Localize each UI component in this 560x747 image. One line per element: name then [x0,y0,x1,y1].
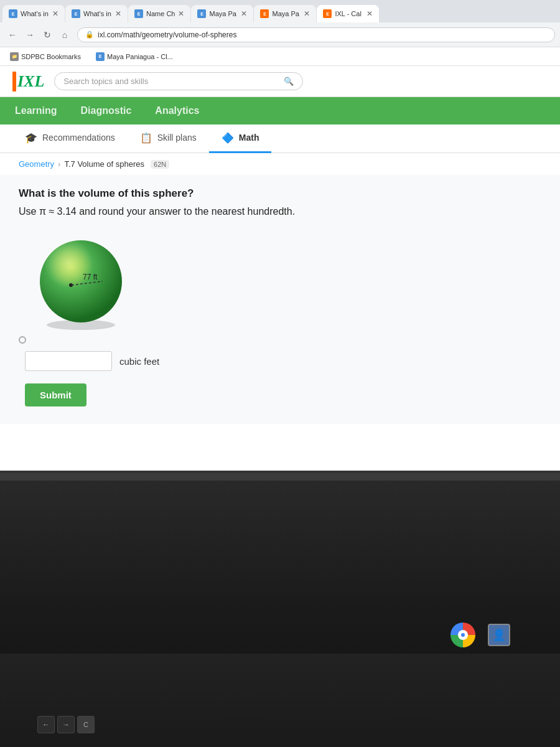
tab-favicon-3: E [134,9,143,18]
ixl-search-placeholder: Search topics and skills [63,77,148,86]
question-area: What is the volume of this sphere? Use π… [0,175,560,424]
math-icon: 🔷 [222,132,234,144]
chrome-icon[interactable] [450,622,475,647]
bookmark-label-1: SDPBC Bookmarks [21,53,81,60]
tab-3[interactable]: E Name Ch ✕ [128,5,190,22]
tab-label-6: IXL - Cal [335,10,361,17]
refresh-button[interactable]: ↻ [40,27,55,42]
browser-screen: E What's in ✕ E What's in ✕ E Name Ch ✕ … [0,0,560,473]
sphere-diagram: 77 ft [31,233,541,332]
nav-learning[interactable]: Learning [12,99,60,123]
submit-button[interactable]: Submit [25,383,86,406]
tab-label-4: Maya Pa [209,10,236,17]
laptop-body: 👤 DELL ← → C [0,473,560,747]
nav-diagnostic[interactable]: Diagnostic [78,99,134,123]
svg-text:77 ft: 77 ft [83,273,98,281]
tab-recommendations[interactable]: 🎓 Recommendations [12,125,128,153]
ixl-website: IXL Search topics and skills 🔍 Learning … [0,66,560,471]
tab-favicon-1: E [9,9,17,18]
left-arrow-key[interactable]: ← [37,716,55,733]
tab-4[interactable]: E Maya Pa ✕ [191,5,253,22]
breadcrumb: Geometry › T.7 Volume of spheres 62N [0,153,560,175]
recommendations-icon: 🎓 [25,132,37,144]
ixl-header: IXL Search topics and skills 🔍 [0,66,560,97]
bookmarks-bar: 📁 SDPBC Bookmarks E Maya Paniagua - Cl..… [0,47,560,66]
tab-2[interactable]: E What's in ✕ [65,5,128,22]
tab-favicon-6: E [323,9,332,18]
bookmark-label-2: Maya Paniagua - Cl... [107,53,173,60]
url-text: ixl.com/math/geometry/volume-of-spheres [98,31,236,39]
nav-analytics[interactable]: Analytics [152,99,202,123]
nav-buttons: ← → ↻ ⌂ [5,27,72,42]
sphere-wrapper: 77 ft [31,233,131,332]
forward-button[interactable]: → [22,27,37,42]
search-icon: 🔍 [284,77,294,86]
browser-window: E What's in ✕ E What's in ✕ E Name Ch ✕ … [0,0,560,471]
bookmark-favicon-1: 📁 [10,52,19,61]
bookmark-sdpbc[interactable]: 📁 SDPBC Bookmarks [6,51,85,62]
nav-arrows: ← → C [37,716,95,733]
sphere-svg: 77 ft [31,233,131,332]
tab-6[interactable]: E IXL - Cal ✕ [317,5,379,22]
breadcrumb-skill: T.7 Volume of spheres [64,159,144,169]
answer-unit: cubic feet [119,356,159,367]
laptop-bezel [0,473,560,481]
tab-close-5[interactable]: ✕ [304,9,310,18]
tab-close-4[interactable]: ✕ [241,9,247,18]
tab-favicon-2: E [72,9,80,18]
tab-label-5: Maya Pa [272,10,299,17]
home-button[interactable]: ⌂ [57,27,72,42]
ixl-logo-text: IXL [17,72,44,91]
address-bar: ← → ↻ ⌂ 🔒 ixl.com/math/geometry/volume-o… [0,22,560,47]
skill-badge: 62N [151,160,169,169]
svg-point-2 [40,240,122,322]
tab-favicon-4: E [197,9,206,18]
bookmark-favicon-2: E [96,52,105,61]
circle-indicator [19,336,26,344]
tab-1[interactable]: E What's in ✕ [2,5,65,22]
tab-label-1: What's in [21,10,49,17]
keyboard: ← → C [0,654,560,747]
tab-skill-plans-label: Skill plans [157,133,197,143]
bookmark-maya[interactable]: E Maya Paniagua - Cl... [92,51,177,62]
tab-favicon-5: E [260,9,269,18]
question-line2: Use π ≈ 3.14 and round your answer to th… [19,206,541,217]
tab-close-1[interactable]: ✕ [52,9,58,18]
skill-plans-icon: 📋 [140,132,152,144]
ixl-logo-bar [12,72,16,92]
tab-label-3: Name Ch [146,10,175,17]
tab-bar: E What's in ✕ E What's in ✕ E Name Ch ✕ … [0,0,560,22]
ixl-nav-bar: Learning Diagnostic Analytics [0,97,560,125]
tab-math[interactable]: 🔷 Math [209,125,272,153]
tab-close-2[interactable]: ✕ [115,9,121,18]
user-account-icon[interactable]: 👤 [488,624,510,646]
ixl-search-box[interactable]: Search topics and skills 🔍 [54,72,303,90]
tab-recommendations-label: Recommendations [42,133,115,143]
right-arrow-key[interactable]: → [57,716,75,733]
tab-label-2: What's in [83,10,111,17]
tab-math-label: Math [239,133,259,143]
tab-close-6[interactable]: ✕ [366,9,373,18]
answer-input[interactable] [25,351,112,371]
taskbar-area: 👤 [450,622,510,647]
tab-skill-plans[interactable]: 📋 Skill plans [128,125,209,153]
lock-icon: 🔒 [85,31,94,39]
question-line1: What is the volume of this sphere? [19,187,541,200]
tab-close-3[interactable]: ✕ [178,9,184,18]
tab-5[interactable]: E Maya Pa ✕ [254,5,316,22]
breadcrumb-separator: › [58,159,60,169]
back-button[interactable]: ← [5,27,20,42]
ixl-logo: IXL [12,72,44,92]
answer-area: cubic feet [25,351,541,371]
url-box[interactable]: 🔒 ixl.com/math/geometry/volume-of-sphere… [77,27,555,42]
breadcrumb-geometry[interactable]: Geometry [19,159,54,169]
refresh-key[interactable]: C [77,716,95,733]
ixl-tabs: 🎓 Recommendations 📋 Skill plans 🔷 Math [0,125,560,153]
